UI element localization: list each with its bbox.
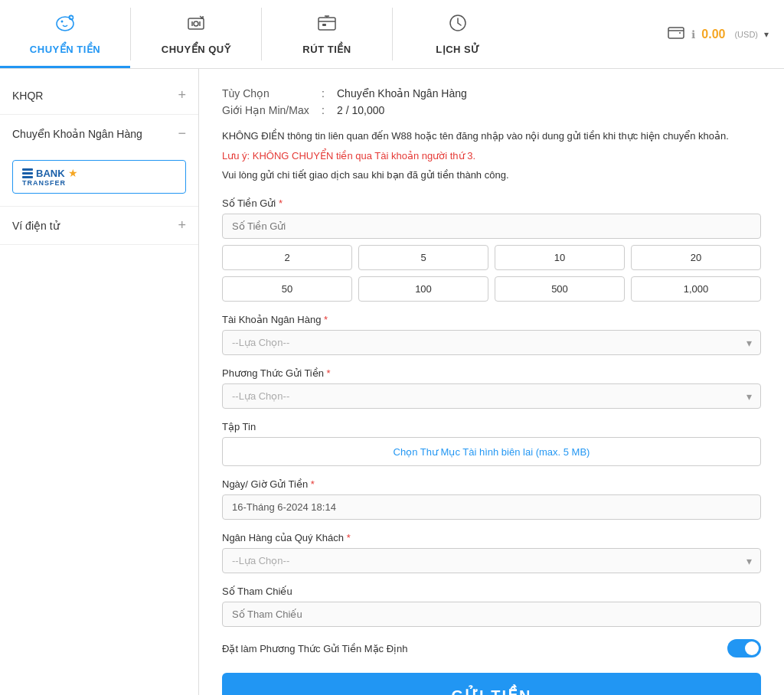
ngan-hang-label: Ngân Hàng của Quý Khách * [222,532,761,543]
tab-lich-su-label: LỊCH SỬ [436,44,480,55]
note-text: Vui lòng gửi chi tiết giao dịch sau khi … [222,169,509,181]
amount-btn-50[interactable]: 50 [222,276,352,302]
so-tham-chieu-input[interactable] [222,602,761,627]
ngan-hang-select-wrapper: --Lựa Chọn-- [222,548,761,573]
amount-buttons-grid: 2 5 10 20 50 100 500 1,000 [222,245,761,302]
sidebar-item-vi-dien-tu[interactable]: Ví điện tử + [0,207,198,244]
wallet-icon [667,23,685,45]
file-upload-area[interactable]: Chọn Thư Mục Tài hình biên lai (max. 5 M… [222,437,761,466]
sidebar-bank-content: BANK ★ TRANSFER [0,152,198,206]
amount-btn-1000[interactable]: 1,000 [631,276,761,302]
ngay-gio-section: Ngày/ Giờ Gửi Tiền * [222,478,761,520]
toggle-switch[interactable] [727,639,761,657]
chuyen-khoan-label: Chuyển Khoản Ngân Hàng [12,128,142,140]
svg-point-0 [57,17,74,31]
tuy-chon-value: Chuyển Khoản Ngân Hàng [337,87,467,100]
ngay-gio-label: Ngày/ Giờ Gửi Tiền * [222,478,761,490]
warning-red: Lưu ý: KHÔNG CHUYỂN tiền qua Tài khoản n… [222,150,761,162]
balance-display: 0.00 (USD) [701,28,758,41]
so-tien-gui-section: Số Tiền Gửi * 2 5 10 20 50 100 500 1,000 [222,197,761,302]
chuyen-khoan-collapse-icon: − [178,126,186,142]
ngay-gio-input[interactable] [222,494,761,520]
bank-lines-icon [22,168,33,178]
sidebar-item-chuyen-khoan[interactable]: Chuyển Khoản Ngân Hàng − [0,115,198,152]
svg-rect-8 [668,28,684,38]
rut-tien-icon [315,11,338,39]
sidebar-section-khqr: KHQR + [0,77,198,115]
vi-dien-tu-label: Ví điện tử [12,220,60,232]
tai-khoan-required-indicator: * [324,314,328,325]
tab-chuyen-quy-label: CHUYỂN QUỸ [162,44,230,55]
top-navigation: CHUYỂN TIỀN CHUYỂN QUỸ RÚT TIỀN [0,0,784,69]
sidebar-section-vi-dien-tu: Ví điện tử + [0,207,198,245]
info-note: Vui lòng gửi chi tiết giao dịch sau khi … [222,168,761,183]
bank-transfer-card[interactable]: BANK ★ TRANSFER [12,160,186,194]
nav-right-area: ℹ 0.00 (USD) ▾ [652,0,784,68]
tab-rut-tien[interactable]: RÚT TIỀN [262,0,392,68]
ngan-hang-required-indicator: * [347,532,351,543]
tab-chuyen-tien[interactable]: CHUYỂN TIỀN [0,0,130,68]
ngay-gio-required-indicator: * [311,478,315,490]
vi-dien-tu-expand-icon: + [178,217,186,233]
bank-logo: BANK ★ TRANSFER [22,167,78,187]
tab-rut-tien-label: RÚT TIỀN [302,44,351,55]
amount-btn-2[interactable]: 2 [222,245,352,270]
lich-su-icon [446,11,469,39]
sidebar-section-chuyen-khoan: Chuyển Khoản Ngân Hàng − BANK ★ [0,115,198,207]
gioi-han-value: 2 / 10,000 [337,104,384,116]
bank-sub: TRANSFER [22,179,66,187]
chuyen-tien-icon [54,11,77,39]
sidebar: KHQR + Chuyển Khoản Ngân Hàng − [0,69,199,695]
tap-tin-label: Tập Tin [222,421,761,432]
ngan-hang-select[interactable]: --Lựa Chọn-- [222,548,761,573]
content-area: Tùy Chọn : Chuyển Khoản Ngân Hàng Giới H… [199,69,784,695]
balance-amount: 0.00 [701,28,725,41]
info-icon: ℹ [691,28,695,41]
amount-btn-100[interactable]: 100 [358,276,488,302]
amount-btn-20[interactable]: 20 [631,245,761,270]
khqr-expand-icon: + [178,87,186,103]
so-tham-chieu-section: Số Tham Chiếu [222,586,761,627]
phuong-thuc-select[interactable]: --Lựa Chọn-- [222,383,761,409]
amount-btn-10[interactable]: 10 [495,245,625,270]
phuong-thuc-select-wrapper: --Lựa Chọn-- [222,383,761,409]
khqr-label: KHQR [12,90,43,102]
warning-text-2: Lưu ý: KHÔNG CHUYỂN tiền qua Tài khoản n… [222,150,475,162]
svg-rect-6 [322,24,326,26]
tap-tin-section: Tập Tin Chọn Thư Mục Tài hình biên lai (… [222,421,761,466]
separator-1: : [322,87,337,100]
bank-star-icon: ★ [68,167,78,179]
sidebar-item-khqr[interactable]: KHQR + [0,77,198,114]
svg-point-2 [70,15,74,19]
ngan-hang-section: Ngân Hàng của Quý Khách * --Lựa Chọn-- [222,532,761,573]
tai-khoan-select-wrapper: --Lựa Chọn-- [222,330,761,355]
tab-chuyen-quy[interactable]: CHUYỂN QUỸ [131,0,261,68]
tai-khoan-section: Tài Khoản Ngân Hàng * --Lựa Chọn-- [222,314,761,355]
so-tham-chieu-label: Số Tham Chiếu [222,586,761,597]
toggle-label: Đặt làm Phương Thức Gửi Tiền Mặc Định [222,643,408,654]
gui-tien-button[interactable]: GỬI TIỀN [222,673,761,695]
tab-chuyen-tien-label: CHUYỂN TIỀN [30,44,100,55]
tai-khoan-select[interactable]: --Lựa Chọn-- [222,330,761,355]
svg-rect-3 [188,18,204,29]
separator-2: : [322,104,337,116]
svg-rect-5 [318,18,335,30]
phuong-thuc-label: Phương Thức Gửi Tiền * [222,367,761,379]
balance-chevron-icon[interactable]: ▾ [764,29,769,40]
balance-currency: (USD) [734,30,758,39]
so-tien-required-indicator: * [279,197,283,209]
info-table: Tùy Chọn : Chuyển Khoản Ngân Hàng Giới H… [222,87,761,116]
amount-btn-500[interactable]: 500 [495,276,625,302]
so-tien-gui-input[interactable] [222,214,761,239]
phuong-thuc-section: Phương Thức Gửi Tiền * --Lựa Chọn-- [222,367,761,409]
amount-btn-5[interactable]: 5 [358,245,488,270]
tai-khoan-label: Tài Khoản Ngân Hàng * [222,314,761,325]
file-upload-link[interactable]: Chọn Thư Mục Tài hình biên lai (max. 5 M… [394,446,590,458]
info-row-tuy-chon: Tùy Chọn : Chuyển Khoản Ngân Hàng [222,87,761,100]
svg-point-4 [194,21,198,26]
svg-point-1 [61,20,64,22]
tab-lich-su[interactable]: LỊCH SỬ [393,0,523,68]
warning-box: KHÔNG ĐIỀN thông tin liên quan đến W88 h… [222,129,761,144]
phuong-thuc-required-indicator: * [327,367,331,379]
bank-name: BANK [36,168,65,179]
